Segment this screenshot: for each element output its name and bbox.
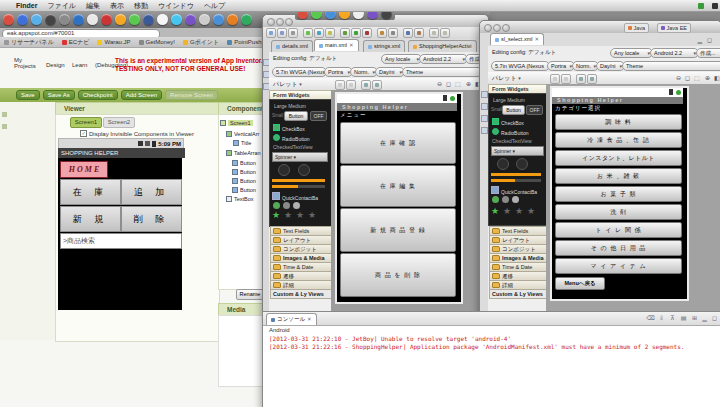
- browser-app-icon[interactable]: [129, 14, 140, 25]
- browser-app-icon[interactable]: [45, 14, 56, 25]
- print-icon[interactable]: [288, 28, 298, 38]
- zoom-fit-icon[interactable]: ⬚: [455, 80, 461, 88]
- bookmark-item[interactable]: Gポイント: [183, 38, 219, 47]
- browser-app-icon[interactable]: [73, 14, 84, 25]
- theme-dropdown[interactable]: Theme▾: [622, 61, 720, 71]
- tree-item-tablearr[interactable]: TableArran: [234, 150, 261, 156]
- minimize-view-icon[interactable]: ▁: [700, 314, 709, 323]
- tab-shoppinghelper-java[interactable]: ShoppingHelperActivi: [408, 40, 477, 52]
- progressbar-preview[interactable]: [491, 173, 541, 176]
- ratingbar-star-icon[interactable]: ★: [503, 206, 511, 216]
- add-button[interactable]: 追 加: [121, 179, 182, 205]
- locale-dropdown[interactable]: Any locale▾: [381, 54, 422, 64]
- avd-manager-icon[interactable]: [325, 28, 335, 38]
- ratingbar-star-icon[interactable]: ★: [308, 210, 316, 220]
- radio-group-preview[interactable]: [502, 196, 509, 203]
- back-navigation-icon[interactable]: [429, 28, 439, 38]
- clear-console-icon[interactable]: ⌫: [646, 314, 655, 323]
- display-selected-console-icon[interactable]: ▤: [679, 314, 688, 323]
- create-config-button[interactable]: 作成...: [696, 48, 720, 58]
- debug-icon[interactable]: [340, 28, 350, 38]
- tab-details-xml[interactable]: details.xml: [271, 40, 313, 52]
- checkedtextview-preview[interactable]: CheckedTextView: [492, 138, 532, 144]
- dock-dropdown[interactable]: Norm.▾: [350, 67, 378, 77]
- palette-category-icon[interactable]: [2, 112, 7, 117]
- other-daily-goods-button[interactable]: そ の 他 日 用 品: [555, 240, 682, 256]
- search-icon[interactable]: [403, 28, 413, 38]
- snacks-button[interactable]: お 菓 子 類: [555, 186, 682, 202]
- tree-item-button3[interactable]: Button: [240, 178, 256, 184]
- ui-mode-icon[interactable]: [587, 74, 597, 84]
- bookmark-item[interactable]: ECナビ: [62, 38, 90, 47]
- zoom-window-icon[interactable]: [285, 18, 293, 26]
- small-text-preview[interactable]: Small: [491, 107, 502, 112]
- palette-menu-icon[interactable]: ▾: [518, 75, 521, 81]
- ratingbar-star-icon[interactable]: ★: [491, 206, 499, 216]
- close-tab-icon[interactable]: ✕: [307, 314, 312, 325]
- browser-app-icon[interactable]: [227, 14, 238, 25]
- save-button[interactable]: Save: [16, 90, 40, 100]
- save-icon[interactable]: [277, 28, 287, 38]
- radio-group-preview[interactable]: [492, 196, 499, 203]
- analog-knob-preview[interactable]: [497, 158, 509, 170]
- browser-app-icon[interactable]: [241, 14, 252, 25]
- radiobutton-widget-preview[interactable]: RadioButton: [492, 128, 529, 136]
- menu-finder[interactable]: Finder: [16, 2, 37, 9]
- nav-learn[interactable]: Learn: [72, 62, 87, 68]
- pin-console-icon[interactable]: ⊼: [668, 314, 677, 323]
- radio-group-preview[interactable]: [283, 202, 290, 209]
- canvas-config-icon[interactable]: [550, 74, 560, 84]
- minimize-window-icon[interactable]: [276, 18, 284, 26]
- spinner-widget-preview[interactable]: Spinner ▾: [491, 146, 544, 156]
- sdk-manager-icon[interactable]: [314, 28, 324, 38]
- maximize-view-icon[interactable]: ◻: [707, 36, 712, 43]
- close-window-icon[interactable]: [484, 24, 492, 32]
- radio-group-preview[interactable]: [273, 202, 280, 209]
- device-dropdown[interactable]: 5.7in WVGA (Nexus ・▾: [272, 67, 327, 77]
- close-window-icon[interactable]: [267, 18, 275, 26]
- orientation-dropdown[interactable]: Portra▾: [324, 67, 353, 77]
- browser-app-icon[interactable]: [213, 14, 224, 25]
- tab-sl-select-xml[interactable]: sl_select.xml✕: [490, 33, 544, 45]
- menu-view[interactable]: 表示: [110, 1, 124, 11]
- analog-knob-preview[interactable]: [278, 164, 290, 176]
- my-items-button[interactable]: マ イ ア イ テ ム: [555, 258, 682, 274]
- frozen-food-button[interactable]: 冷 凍 食 品 、缶 詰: [555, 132, 682, 148]
- rename-button[interactable]: Rename: [236, 289, 264, 300]
- canvas-config-icon[interactable]: [335, 80, 345, 90]
- instant-retort-button[interactable]: インスタント、レトルト: [555, 150, 682, 166]
- zoom-out-icon[interactable]: ⊖: [437, 80, 442, 88]
- external-tools-icon[interactable]: [362, 28, 372, 38]
- console-tab[interactable]: コンソール✕: [266, 313, 317, 325]
- tree-item-button2[interactable]: Button: [240, 169, 256, 175]
- small-text-preview[interactable]: Small: [272, 113, 283, 118]
- open-type-icon[interactable]: [388, 28, 398, 38]
- browser-app-icon[interactable]: [115, 14, 126, 25]
- maximize-view-icon[interactable]: ◻: [710, 314, 719, 323]
- browser-app-icon[interactable]: [157, 14, 168, 25]
- tab-strings-xml[interactable]: strings.xml: [363, 40, 405, 52]
- open-console-icon[interactable]: ⊞: [690, 314, 699, 323]
- ratingbar-star-icon[interactable]: ★: [527, 206, 535, 216]
- rice-grain-button[interactable]: お 米 、雑 穀: [555, 168, 682, 184]
- properties-icon[interactable]: [481, 127, 488, 134]
- api-level-dropdown[interactable]: Android 2.2▾: [650, 48, 699, 58]
- tree-item-verticalarr[interactable]: VerticalArr: [234, 131, 259, 137]
- browser-app-icon[interactable]: [3, 14, 14, 25]
- tree-item-button4[interactable]: Button: [240, 187, 256, 193]
- product-search-field[interactable]: >商品検索: [60, 233, 182, 249]
- canvas-config-icon[interactable]: [346, 80, 356, 90]
- seekbar-preview[interactable]: [491, 179, 541, 182]
- ratingbar-star-icon[interactable]: ★: [272, 210, 280, 220]
- stock-check-button[interactable]: 在 庫 確 認: [340, 122, 456, 164]
- button-widget-preview[interactable]: Button: [284, 111, 308, 121]
- tree-item-screen1[interactable]: Screen1: [228, 120, 253, 126]
- browser-app-icon[interactable]: [101, 14, 112, 25]
- delete-product-button[interactable]: 商 品 を 削 除: [340, 253, 456, 297]
- detergent-button[interactable]: 洗 剤: [555, 204, 682, 220]
- nav-design[interactable]: Design: [46, 62, 65, 68]
- checkbox-icon[interactable]: ✓: [80, 130, 87, 137]
- zoom-select-icon[interactable]: ◧: [714, 74, 720, 82]
- togglebutton-widget-preview[interactable]: OFF: [526, 105, 543, 115]
- checkbox-widget-preview[interactable]: CheckBox: [273, 124, 305, 132]
